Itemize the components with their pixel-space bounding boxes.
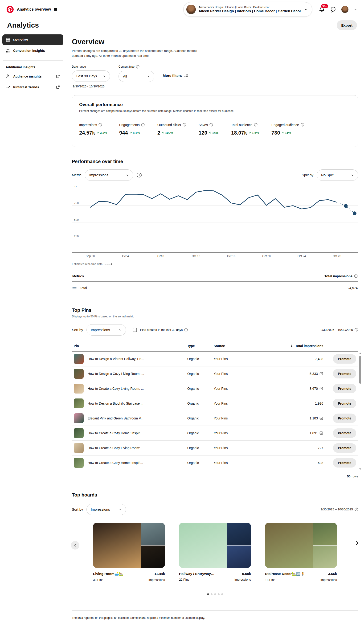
- profile-avatar[interactable]: [342, 6, 348, 13]
- pin-thumbnail: [74, 458, 84, 468]
- table-scrollbar[interactable]: [359, 352, 362, 470]
- info-icon[interactable]: [98, 123, 102, 126]
- performance-chart[interactable]: 1k750500250 Sep 30Oct 4Oct 8Oct 12Oct 16…: [72, 186, 358, 259]
- metric-change: 100%: [162, 131, 173, 134]
- board-impressions-value: 11.44k: [154, 572, 165, 576]
- carousel-previous-button[interactable]: [71, 541, 80, 550]
- chevron-down-icon: [119, 328, 122, 332]
- table-row[interactable]: How to Design a Vibrant Hallway, En...Or…: [72, 352, 358, 366]
- content-type-select[interactable]: All: [118, 71, 154, 82]
- carousel-dot[interactable]: [207, 593, 209, 595]
- info-icon[interactable]: [141, 123, 145, 126]
- promote-button[interactable]: Promote: [333, 369, 356, 378]
- info-icon[interactable]: [254, 123, 258, 126]
- board-cover-image: [179, 523, 227, 568]
- account-selector[interactable]: Aileen Parker Design | Interiors | Home …: [183, 2, 312, 17]
- metric-label: Total audience: [231, 123, 272, 127]
- pin-thumbnail: [74, 443, 84, 453]
- sidebar-item-pinterest-trends[interactable]: Pinterest Trends: [2, 82, 64, 92]
- overall-performance-card: Overall performance Percent changes are …: [72, 95, 358, 147]
- messages-button[interactable]: [330, 6, 336, 12]
- carousel-dot[interactable]: [211, 593, 212, 595]
- sidebar-item-label: Conversion insights: [13, 49, 45, 52]
- add-metric-button[interactable]: [136, 172, 142, 178]
- promote-button[interactable]: Promote: [333, 354, 356, 364]
- sort-descending-icon[interactable]: [290, 344, 294, 348]
- metric-value: Impressions: [89, 173, 108, 177]
- impressions-value: 5,333: [310, 372, 318, 376]
- table-row[interactable]: How to Design a Biophilic Staircase ...O…: [72, 396, 358, 411]
- metric-select[interactable]: Impressions: [85, 170, 133, 181]
- promote-button[interactable]: Promote: [333, 414, 356, 423]
- pins-last-30-days-checkbox[interactable]: [133, 328, 137, 332]
- scroll-down-icon[interactable]: [359, 468, 361, 470]
- table-row[interactable]: How to Create a Cozy Home: Inspiri...Org…: [72, 426, 358, 441]
- scrollbar-thumb[interactable]: [359, 356, 361, 384]
- series-name: Total: [80, 286, 87, 290]
- svg-text:250: 250: [74, 235, 79, 238]
- external-link-icon: [56, 74, 60, 78]
- metric-change: 8.1%: [129, 131, 140, 134]
- promote-button[interactable]: Promote: [333, 384, 356, 393]
- up-arrow-icon: [162, 131, 165, 134]
- pin-title: How to Create a Cozy Home: Inspiri...: [88, 461, 143, 465]
- sidebar-item-conversion-insights[interactable]: Conversion insights: [2, 45, 64, 56]
- x-axis-tick-label: Sep 30: [86, 254, 95, 258]
- table-row[interactable]: Elegant Pink and Green Bathroom V...Orga…: [72, 411, 358, 426]
- menu-icon[interactable]: [54, 8, 58, 11]
- promote-button[interactable]: Promote: [333, 399, 356, 408]
- pin-source: Your Pins: [214, 402, 264, 405]
- date-range-value: Last 30 Days: [76, 74, 97, 78]
- notifications-button[interactable]: 99+: [319, 6, 325, 12]
- sidebar-item-overview[interactable]: Overview: [2, 34, 64, 45]
- pin-source: Your Pins: [214, 416, 264, 420]
- info-icon[interactable]: [182, 123, 186, 126]
- table-row[interactable]: How to Design a Cozy Living Room: ...Org…: [72, 366, 358, 381]
- split-by-select[interactable]: No Split: [317, 170, 358, 181]
- sidebar-item-audience-insights[interactable]: Audience insights: [2, 71, 64, 82]
- scroll-up-icon[interactable]: [359, 352, 361, 354]
- carousel-next-button[interactable]: [354, 540, 360, 546]
- info-icon[interactable]: [184, 328, 188, 332]
- promote-button[interactable]: Promote: [333, 443, 356, 453]
- top-pins-sort-value: Impressions: [91, 328, 110, 332]
- promote-button[interactable]: Promote: [333, 458, 356, 468]
- board-card[interactable]: Living Room🛋️🏡11.44k33 PinsImpressions: [93, 523, 165, 582]
- more-filters-button[interactable]: More filters: [163, 74, 188, 78]
- metric-change-value: 11%: [285, 131, 291, 134]
- info-icon[interactable]: [354, 328, 358, 332]
- info-icon[interactable]: [300, 123, 304, 126]
- chevron-down-icon[interactable]: [354, 8, 358, 11]
- info-icon[interactable]: [354, 508, 358, 511]
- board-card[interactable]: Hallway / Entryway…5.58k22 PinsImpressio…: [179, 523, 251, 582]
- table-row[interactable]: How to Create a Cozy Home: Inspiri...Org…: [72, 456, 358, 470]
- metric-change: 14%: [208, 131, 218, 134]
- sidebar-divider: [3, 60, 64, 60]
- chevron-down-icon: [126, 174, 129, 177]
- top-pins-title: Top Pins: [72, 308, 358, 313]
- svg-text:1k: 1k: [74, 186, 77, 188]
- board-card[interactable]: Staircase Decor🏡🆙🧍3.66k18 PinsImpression…: [265, 523, 337, 582]
- top-pins-sort-select[interactable]: Impressions: [86, 324, 126, 336]
- info-icon[interactable]: [210, 123, 213, 126]
- table-row[interactable]: How to Create a Cozy Living Room: ...Org…: [72, 381, 358, 396]
- estimated-data-legend: Estimated real-time data: [72, 262, 102, 266]
- overall-metric: Outbound clicks2100%: [158, 123, 198, 136]
- top-boards-sort-select[interactable]: Impressions: [86, 504, 126, 515]
- carousel-dot[interactable]: [218, 593, 220, 595]
- carousel-dot[interactable]: [221, 593, 223, 595]
- date-range-select[interactable]: Last 30 Days: [72, 70, 110, 82]
- export-button[interactable]: Export: [337, 20, 357, 30]
- pin-type: Organic: [187, 446, 214, 450]
- pin-title: How to Design a Biophilic Staircase ...: [88, 402, 144, 405]
- info-icon[interactable]: [354, 274, 358, 278]
- metrics-table-row[interactable]: Total 24,574: [72, 282, 358, 294]
- board-cover-image: [265, 523, 313, 568]
- pinterest-logo-icon[interactable]: [6, 6, 14, 13]
- board-cover-collage: [179, 523, 251, 568]
- carousel-dot[interactable]: [214, 593, 216, 595]
- promote-button[interactable]: Promote: [333, 428, 356, 438]
- table-row[interactable]: How to Create a Cozy Living Room: ...Org…: [72, 441, 358, 456]
- annotation-icon: [320, 387, 323, 390]
- info-icon[interactable]: [136, 65, 140, 68]
